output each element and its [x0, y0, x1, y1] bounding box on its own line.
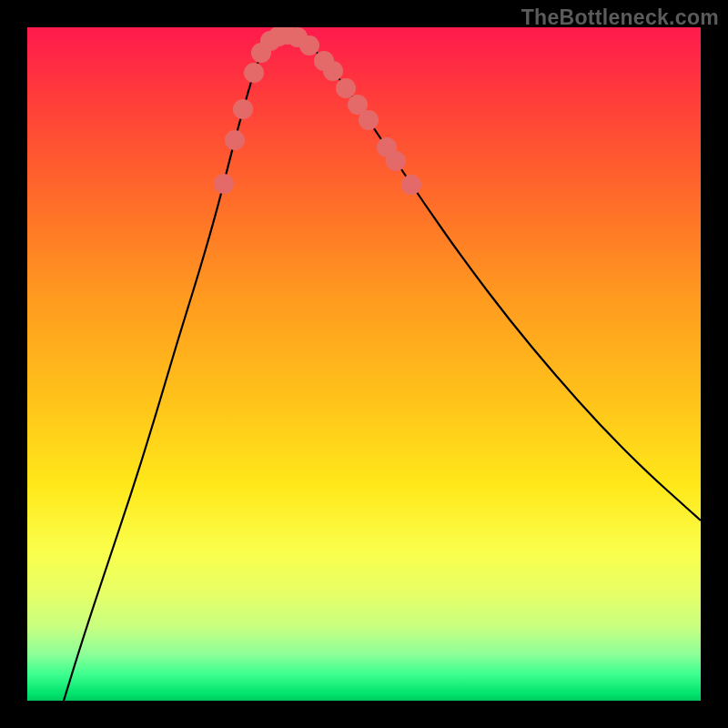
highlight-dot — [359, 110, 379, 130]
highlight-dot — [244, 63, 264, 83]
curve-svg — [27, 27, 701, 701]
highlight-dot — [377, 137, 397, 157]
highlight-dot — [225, 130, 245, 150]
plot-area — [27, 27, 701, 701]
highlight-dot — [386, 151, 406, 171]
highlight-dots — [214, 27, 421, 195]
highlight-dot — [323, 61, 343, 81]
highlight-dot — [299, 35, 319, 56]
highlight-dot — [401, 175, 421, 195]
highlight-dot — [288, 27, 308, 47]
highlight-dot — [348, 95, 368, 115]
chart-frame: TheBottleneck.com — [0, 0, 728, 728]
highlight-dot — [214, 174, 234, 194]
watermark-label: TheBottleneck.com — [521, 5, 719, 30]
highlight-dot — [314, 51, 334, 71]
highlight-dot — [268, 27, 288, 46]
highlight-dot — [336, 78, 356, 98]
highlight-dot — [260, 31, 280, 51]
highlight-dot — [251, 43, 271, 63]
bottleneck-curve — [64, 35, 701, 701]
highlight-dot — [233, 99, 253, 119]
highlight-dot — [278, 27, 298, 45]
